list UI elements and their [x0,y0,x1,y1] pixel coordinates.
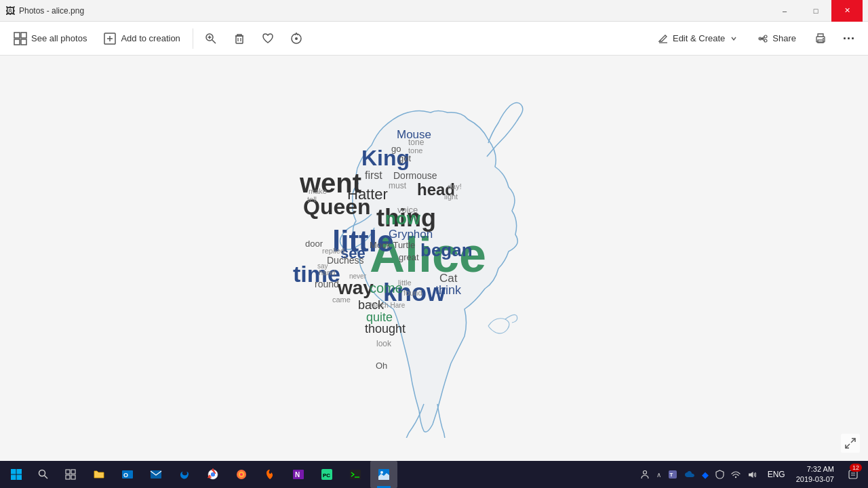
search-taskbar[interactable] [31,461,56,488]
add-creation-icon [103,32,117,45]
svg-text:found: found [403,289,422,297]
taskbar-terminal[interactable] [342,461,369,488]
svg-point-15 [295,37,298,40]
main-content: Alice little thing went Queen know time … [0,56,868,461]
taskbar-edge[interactable] [171,461,198,488]
tray-security-icon[interactable] [713,468,726,481]
svg-text:little: little [398,279,412,287]
svg-rect-83 [66,475,70,479]
tray-chevron-icon[interactable]: ∧ [654,470,663,480]
maximize-button[interactable]: □ [800,0,831,22]
taskbar-firefox[interactable] [228,461,255,488]
tray-wifi-icon[interactable] [729,469,743,480]
tray-teams-icon[interactable]: T [666,468,679,481]
svg-text:first: first [365,169,382,181]
svg-text:T: T [669,472,673,478]
taskbar-outlook[interactable]: O [114,461,141,488]
tray-people-icon[interactable] [638,468,652,481]
svg-point-90 [211,472,215,476]
svg-rect-22 [818,40,823,43]
tray-onedrive-icon[interactable] [682,470,697,479]
taskbar-chrome[interactable] [199,461,226,488]
svg-text:day!: day! [448,182,462,190]
svg-text:never: never [349,272,367,280]
title-bar-controls: – □ ✕ [769,0,863,22]
taskbar-photos[interactable] [370,461,397,488]
svg-text:light: light [444,192,458,201]
notification-badge: 12 [850,464,862,472]
taskbar-burnaware[interactable] [256,461,283,488]
favorite-button[interactable] [254,25,281,52]
notification-center-button[interactable]: 12 [841,461,865,488]
svg-text:must: must [389,181,407,190]
svg-text:Mock  Turtle: Mock Turtle [370,240,415,250]
system-clock[interactable]: 7:32 AM 2019-03-07 [791,464,840,485]
svg-text:think: think [435,283,462,297]
svg-point-105 [735,476,736,478]
tray-language[interactable]: ENG [764,470,789,479]
see-all-photos-button[interactable]: See all photos [5,25,95,52]
svg-text:voice: voice [397,205,418,215]
expand-button[interactable] [841,434,860,453]
edit-create-button[interactable]: Edit & Create [648,25,747,52]
svg-rect-82 [71,470,75,474]
svg-rect-81 [66,470,70,474]
svg-text:came: came [332,296,351,304]
svg-point-102 [643,471,646,474]
taskbar-onenote[interactable]: N [285,461,312,488]
tray-volume-icon[interactable] [745,469,758,481]
svg-point-23 [823,38,824,39]
task-view-button[interactable] [57,461,84,488]
svg-rect-1 [21,33,26,38]
print-button[interactable] [807,25,834,52]
more-options-button[interactable]: ··· [835,25,863,52]
svg-text:great: great [399,252,419,262]
svg-text:tell: tell [307,195,317,203]
svg-text:look: look [376,339,392,348]
zoom-button[interactable] [197,25,224,52]
svg-text:got: got [399,153,411,163]
svg-point-93 [240,473,243,476]
tray-dropbox-icon[interactable]: ◆ [700,468,711,481]
svg-point-101 [380,471,383,474]
taskbar-pycharm[interactable]: PC [313,461,340,488]
svg-text:Dormouse: Dormouse [393,170,437,181]
add-to-creation-button[interactable]: Add to creation [95,25,188,52]
word-cloud-image: Alice little thing went Queen know time … [264,79,604,438]
minimize-button[interactable]: – [769,0,800,22]
svg-text:door: door [305,239,323,249]
toolbar-separator-1 [193,28,193,49]
word-cloud-container: Alice little thing went Queen know time … [264,79,604,438]
svg-rect-0 [14,33,20,38]
svg-rect-3 [21,39,26,45]
svg-text:PC: PC [323,472,330,479]
taskbar-file-explorer[interactable] [85,461,113,488]
svg-rect-75 [11,469,16,474]
share-button[interactable]: Share [748,25,806,52]
svg-line-8 [212,40,216,43]
window-title: Photos - alice.png [19,6,84,16]
svg-text:Duchess: Duchess [327,255,363,266]
close-button[interactable]: ✕ [831,0,863,22]
toolbar-right: Edit & Create Share ··· [648,25,863,52]
svg-text:O: O [123,472,128,479]
svg-rect-84 [71,475,75,479]
taskbar-mail[interactable] [142,461,170,488]
svg-text:replied: replied [322,247,344,255]
system-tray: ∧ T ◆ [634,461,762,488]
start-button[interactable] [3,461,30,488]
svg-rect-77 [11,475,16,481]
svg-line-80 [45,476,48,479]
adjust-button[interactable] [283,25,310,52]
delete-button[interactable] [226,25,253,52]
svg-text:tone: tone [408,138,425,147]
taskbar: O N [0,461,868,488]
toolbar-center-icons [197,25,310,52]
svg-rect-76 [17,469,22,474]
title-bar: 🖼 Photos - alice.png – □ ✕ [0,0,868,22]
svg-rect-78 [17,475,22,481]
svg-text:Oh: Oh [376,361,387,371]
toolbar: See all photos Add to creation [0,22,868,56]
svg-point-79 [39,470,45,476]
svg-text:make: make [309,187,327,195]
